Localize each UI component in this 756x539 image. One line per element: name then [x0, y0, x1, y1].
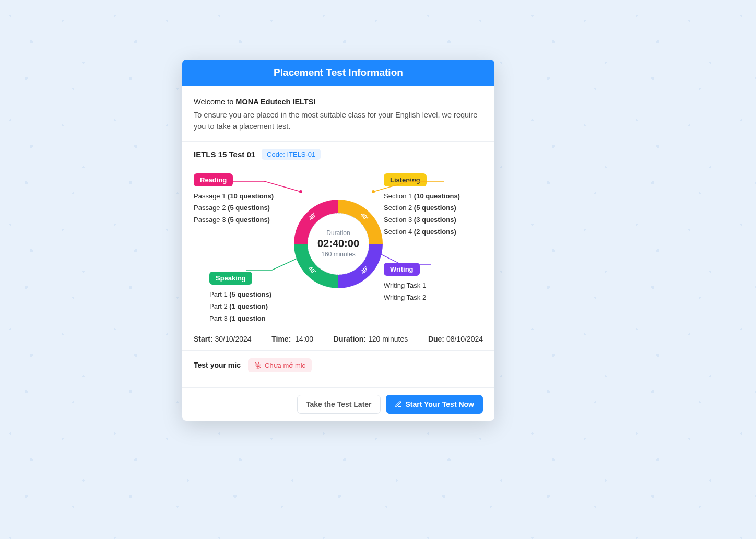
- list-item: Writing Task 2: [384, 292, 488, 304]
- svg-point-1: [372, 190, 375, 193]
- speaking-tag: Speaking: [209, 272, 252, 285]
- time-label: Time:: [271, 335, 291, 343]
- list-item: Passage 1 (10 questions): [194, 191, 298, 203]
- edit-icon: [395, 401, 402, 408]
- placement-test-modal: Placement Test Information Welcome to MO…: [182, 60, 494, 420]
- due-label: Due:: [428, 335, 444, 343]
- section-reading: Reading Passage 1 (10 questions)Passage …: [194, 173, 298, 226]
- start-test-label: Start Your Test Now: [406, 400, 474, 408]
- mic-status-badge[interactable]: Chưa mở mic: [248, 358, 312, 372]
- list-item: Section 4 (2 questions): [384, 226, 488, 238]
- section-writing: Writing Writing Task 1Writing Task 2: [384, 263, 488, 304]
- mic-off-icon: [254, 361, 262, 369]
- writing-tag: Writing: [384, 263, 420, 276]
- list-item: Part 2 (1 question): [209, 301, 314, 313]
- duration-label: Duration: [326, 229, 350, 237]
- duration-time: 02:40:00: [317, 238, 359, 250]
- mic-label: Test your mic: [194, 361, 241, 369]
- listening-tag: Listening: [384, 173, 427, 186]
- time-value: 14:00: [295, 335, 313, 343]
- welcome-description: To ensure you are placed in the most sui…: [194, 109, 483, 133]
- mic-row: Test your mic Chưa mở mic: [182, 350, 494, 380]
- start-test-now-button[interactable]: Start Your Test Now: [386, 395, 483, 414]
- list-item: Section 3 (3 questions): [384, 214, 488, 226]
- due-value: 08/10/2024: [446, 335, 483, 343]
- list-item: Section 1 (10 questions): [384, 191, 488, 203]
- test-name: IETLS 15 Test 01: [194, 150, 255, 159]
- list-item: Part 3 (1 question: [209, 313, 314, 325]
- donut-center: Duration 02:40:00 160 minutes: [308, 213, 369, 275]
- svg-point-0: [299, 190, 302, 193]
- take-test-later-button[interactable]: Take the Test Later: [297, 395, 381, 414]
- meta-row: Start: 30/10/2024 Time: 14:00 Duration: …: [182, 327, 494, 350]
- start-value: 30/10/2024: [215, 335, 251, 343]
- start-label: Start:: [194, 335, 213, 343]
- list-item: Section 2 (5 questions): [384, 202, 488, 214]
- section-listening: Listening Section 1 (10 questions)Sectio…: [384, 173, 488, 238]
- mic-status-text: Chưa mở mic: [265, 361, 305, 369]
- welcome-brand: MONA Edutech IELTS!: [235, 98, 316, 106]
- list-item: Writing Task 1: [384, 280, 488, 292]
- welcome-prefix: Welcome to: [194, 98, 235, 106]
- duration-donut-chart: 40' 40' 40' 40' Duration 02:40:00 160 mi…: [289, 194, 388, 294]
- duration-meta-label: Duration:: [334, 335, 366, 343]
- reading-tag: Reading: [194, 173, 233, 186]
- test-code-badge: Code: ITELS-01: [262, 149, 321, 160]
- duration-minutes: 160 minutes: [321, 251, 355, 258]
- modal-title: Placement Test Information: [182, 60, 494, 86]
- list-item: Passage 3 (5 questions): [194, 214, 298, 226]
- welcome-text: Welcome to MONA Edutech IELTS!: [194, 96, 483, 108]
- duration-meta-value: 120 minutes: [368, 335, 408, 343]
- list-item: Passage 2 (5 questions): [194, 202, 298, 214]
